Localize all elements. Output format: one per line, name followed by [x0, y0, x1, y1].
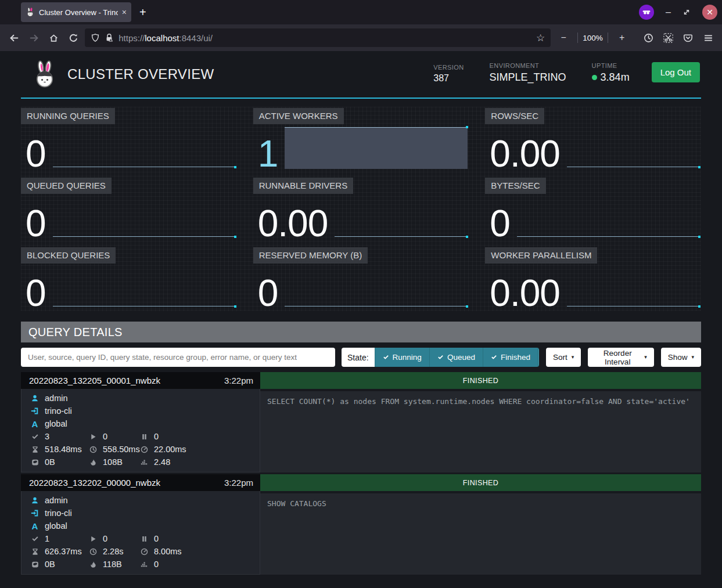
parallelism: 2.48 [154, 457, 170, 467]
sparkline [567, 167, 700, 167]
running-splits: 0 [103, 534, 107, 543]
reorder-interval-dropdown[interactable]: Reorder Interval▾ [588, 348, 653, 367]
parallelism-equalizer-icon [139, 561, 149, 568]
sort-dropdown[interactable]: Sort▾ [546, 348, 581, 367]
tile-blocked-queries: BLOCKED QUERIES 0 [21, 246, 237, 311]
show-dropdown[interactable]: Show▾ [661, 348, 701, 367]
tile-label: RESERVED MEMORY (B) [253, 247, 368, 264]
sparkline [335, 236, 468, 237]
tile-value: 0 [490, 209, 510, 239]
tile-bytes-sec: BYTES/SEC 0 [485, 176, 701, 241]
zoom-out-button[interactable]: − [554, 28, 573, 47]
state-filter-running[interactable]: Running [375, 348, 429, 367]
history-clock-icon[interactable] [641, 28, 657, 47]
check-icon [383, 354, 389, 360]
sparkline [53, 306, 236, 306]
parallelism: 0 [154, 560, 159, 569]
page-title: CLUSTER OVERVIEW [67, 66, 214, 82]
sparkline [53, 236, 236, 237]
state-filter-finished[interactable]: Finished [483, 348, 538, 367]
sparkline [53, 167, 236, 167]
wall-time: 626.37ms [45, 547, 82, 556]
cumulative-memory: 118B [103, 560, 122, 569]
state-label: State: [342, 348, 375, 367]
bookmark-star-icon[interactable]: ☆ [536, 32, 545, 44]
window-maximize-button[interactable] [683, 8, 691, 16]
current-memory-icon [30, 459, 39, 466]
completed-splits-icon [30, 433, 39, 441]
back-button[interactable] [6, 28, 22, 47]
browser-toolbar: https://localhost:8443/ui/ ☆ − 100% + [0, 24, 722, 51]
browser-titlebar: Cluster Overview - Trino × + – ✕ [0, 0, 722, 24]
state-filter-failed-dropdown[interactable]: Failed ▾ [538, 348, 539, 367]
private-mask-icon [639, 5, 654, 20]
current-memory: 0B [45, 560, 55, 569]
query-details-header: QUERY DETAILS [21, 322, 701, 342]
stat-tiles-grid: RUNNING QUERIES 0 ACTIVE WORKERS 1 ROWS/… [21, 107, 701, 311]
uptime-block: UPTIME 3.84m [592, 62, 630, 84]
forward-button[interactable] [26, 28, 42, 47]
browser-tab[interactable]: Cluster Overview - Trino × [21, 2, 131, 22]
tab-title: Cluster Overview - Trino [39, 8, 118, 17]
sparkline [285, 127, 468, 169]
query-source: trino-cli [45, 406, 72, 416]
window-minimize-button[interactable]: – [666, 7, 671, 17]
sparkline [285, 306, 468, 306]
chevron-down-icon: ▾ [572, 355, 574, 360]
query-user: admin [45, 496, 68, 505]
tile-value: 0 [258, 279, 278, 308]
query-search-input[interactable] [21, 348, 335, 367]
cumulative-memory-flame-icon [88, 459, 98, 466]
cumulative-memory: 108B [103, 457, 123, 467]
tile-value: 0 [26, 209, 46, 239]
tile-value: 0 [26, 139, 46, 169]
current-memory-icon [30, 561, 39, 568]
screenshot-scissors-icon[interactable] [660, 28, 677, 47]
zoom-in-button[interactable]: + [613, 28, 631, 47]
lock-warning-icon[interactable] [105, 33, 114, 42]
tile-rows-sec: ROWS/SEC 0.00 [485, 107, 701, 172]
pocket-icon[interactable] [680, 28, 696, 47]
query-id-bar: 20220823_132205_00001_nwbzk 3:22pm [21, 372, 260, 389]
cpu-time-gauge-icon [139, 548, 149, 555]
query-info-panel: admin trino-cli Aglobal 1 0 0 626.37ms 2… [21, 491, 260, 575]
reload-button[interactable] [65, 28, 81, 47]
version-value: 387 [433, 73, 464, 84]
tile-label: BLOCKED QUERIES [21, 247, 116, 264]
chevron-down-icon: ▾ [644, 355, 647, 360]
query-resource-group: global [45, 521, 67, 531]
tab-close-icon[interactable]: × [122, 8, 127, 17]
zoom-level[interactable]: 100% [583, 34, 603, 42]
url-text[interactable]: https://localhost:8443/ui/ [118, 33, 531, 43]
query-status-badge: FINISHED [260, 474, 701, 491]
tile-reserved-memory: RESERVED MEMORY (B) 0 [253, 246, 469, 311]
page-header: CLUSTER OVERVIEW VERSION 387 ENVIRONMENT… [21, 51, 701, 99]
tile-value: 0.00 [490, 139, 560, 169]
state-filter-queued[interactable]: Queued [429, 348, 483, 367]
query-filter-toolbar: State: Running Queued Finished Failed ▾ [21, 348, 701, 367]
menu-hamburger-icon[interactable] [700, 28, 716, 47]
running-splits-icon [88, 535, 98, 543]
parallelism-equalizer-icon [139, 459, 149, 466]
logout-button[interactable]: Log Out [652, 62, 700, 82]
completed-splits-icon [30, 535, 39, 543]
query-resource-group: global [45, 419, 67, 428]
source-icon [30, 509, 39, 517]
tile-running-queries: RUNNING QUERIES 0 [21, 107, 237, 172]
url-bar[interactable]: https://localhost:8443/ui/ ☆ [85, 28, 551, 47]
home-button[interactable] [45, 28, 62, 47]
check-icon [437, 354, 444, 360]
wall-time: 518.48ms [45, 445, 82, 454]
check-icon [491, 354, 497, 360]
environment-value: SIMPLE_TRINO [490, 71, 566, 84]
query-id-link[interactable]: 20220823_132202_00000_nwbzk [29, 478, 160, 488]
shield-icon[interactable] [91, 33, 100, 42]
query-id-link[interactable]: 20220823_132205_00001_nwbzk [29, 376, 160, 385]
new-tab-button[interactable]: + [139, 6, 146, 19]
uptime-label: UPTIME [592, 62, 630, 69]
user-icon [30, 394, 39, 402]
tile-active-workers: ACTIVE WORKERS 1 [253, 107, 469, 172]
tile-label: QUEUED QUERIES [21, 178, 112, 194]
tile-label: WORKER PARALLELISM [485, 247, 597, 264]
window-close-button[interactable]: ✕ [702, 5, 717, 20]
